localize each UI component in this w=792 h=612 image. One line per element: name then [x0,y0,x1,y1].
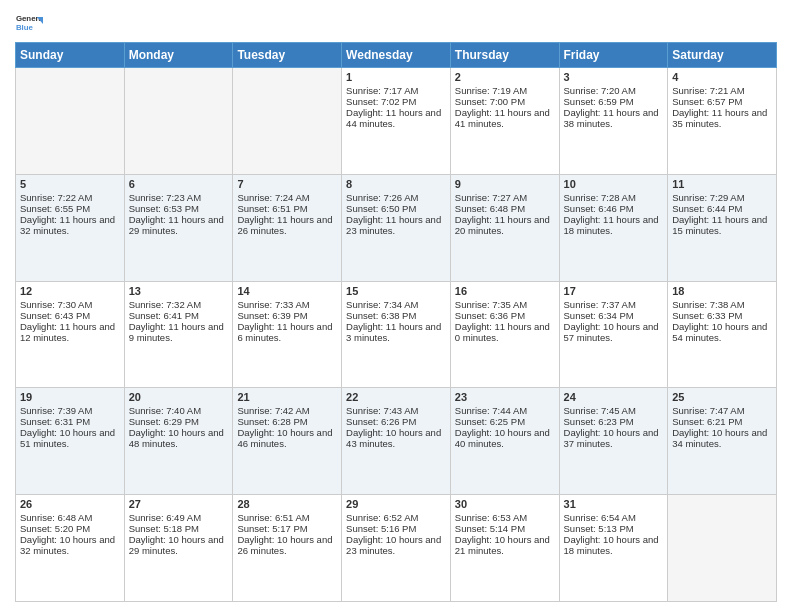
day-header-thursday: Thursday [450,43,559,68]
day-info: Daylight: 11 hours and 41 minutes. [455,107,555,129]
day-header-monday: Monday [124,43,233,68]
day-info: Sunset: 5:20 PM [20,523,120,534]
day-info: Sunrise: 7:22 AM [20,192,120,203]
day-number: 8 [346,178,446,190]
calendar-cell [124,68,233,175]
day-info: Daylight: 10 hours and 23 minutes. [346,534,446,556]
day-info: Sunset: 6:43 PM [20,310,120,321]
day-info: Daylight: 10 hours and 43 minutes. [346,427,446,449]
day-info: Sunset: 6:31 PM [20,416,120,427]
day-info: Daylight: 11 hours and 35 minutes. [672,107,772,129]
calendar-cell: 11Sunrise: 7:29 AMSunset: 6:44 PMDayligh… [668,174,777,281]
calendar-cell: 4Sunrise: 7:21 AMSunset: 6:57 PMDaylight… [668,68,777,175]
calendar-cell: 1Sunrise: 7:17 AMSunset: 7:02 PMDaylight… [342,68,451,175]
day-info: Sunrise: 7:23 AM [129,192,229,203]
day-info: Sunset: 5:13 PM [564,523,664,534]
day-info: Sunrise: 7:26 AM [346,192,446,203]
day-info: Sunset: 7:00 PM [455,96,555,107]
day-info: Daylight: 10 hours and 48 minutes. [129,427,229,449]
day-info: Sunset: 6:51 PM [237,203,337,214]
header: General Blue [15,10,777,38]
day-number: 17 [564,285,664,297]
day-info: Sunset: 7:02 PM [346,96,446,107]
day-info: Daylight: 10 hours and 51 minutes. [20,427,120,449]
day-info: Sunrise: 6:54 AM [564,512,664,523]
day-info: Sunset: 6:55 PM [20,203,120,214]
calendar-cell: 31Sunrise: 6:54 AMSunset: 5:13 PMDayligh… [559,495,668,602]
day-info: Daylight: 10 hours and 46 minutes. [237,427,337,449]
day-number: 23 [455,391,555,403]
day-number: 6 [129,178,229,190]
day-info: Sunrise: 7:35 AM [455,299,555,310]
calendar-cell: 28Sunrise: 6:51 AMSunset: 5:17 PMDayligh… [233,495,342,602]
day-info: Sunset: 6:26 PM [346,416,446,427]
day-info: Sunrise: 7:30 AM [20,299,120,310]
calendar-cell: 24Sunrise: 7:45 AMSunset: 6:23 PMDayligh… [559,388,668,495]
day-info: Daylight: 10 hours and 26 minutes. [237,534,337,556]
calendar-cell: 29Sunrise: 6:52 AMSunset: 5:16 PMDayligh… [342,495,451,602]
calendar-cell: 10Sunrise: 7:28 AMSunset: 6:46 PMDayligh… [559,174,668,281]
day-info: Sunrise: 6:53 AM [455,512,555,523]
day-info: Sunset: 6:38 PM [346,310,446,321]
day-info: Daylight: 11 hours and 15 minutes. [672,214,772,236]
day-info: Sunset: 6:21 PM [672,416,772,427]
calendar-cell: 5Sunrise: 7:22 AMSunset: 6:55 PMDaylight… [16,174,125,281]
day-info: Sunset: 5:17 PM [237,523,337,534]
calendar-cell: 12Sunrise: 7:30 AMSunset: 6:43 PMDayligh… [16,281,125,388]
calendar-cell: 16Sunrise: 7:35 AMSunset: 6:36 PMDayligh… [450,281,559,388]
day-info: Daylight: 11 hours and 9 minutes. [129,321,229,343]
day-info: Daylight: 11 hours and 6 minutes. [237,321,337,343]
day-number: 4 [672,71,772,83]
day-number: 20 [129,391,229,403]
day-info: Sunset: 6:34 PM [564,310,664,321]
day-info: Daylight: 10 hours and 29 minutes. [129,534,229,556]
day-info: Sunset: 6:53 PM [129,203,229,214]
day-info: Daylight: 10 hours and 18 minutes. [564,534,664,556]
day-number: 25 [672,391,772,403]
day-number: 12 [20,285,120,297]
day-info: Daylight: 10 hours and 40 minutes. [455,427,555,449]
day-info: Daylight: 11 hours and 44 minutes. [346,107,446,129]
day-number: 15 [346,285,446,297]
day-info: Sunrise: 7:21 AM [672,85,772,96]
day-info: Sunset: 6:50 PM [346,203,446,214]
day-info: Sunrise: 7:34 AM [346,299,446,310]
day-info: Daylight: 10 hours and 21 minutes. [455,534,555,556]
calendar-cell: 3Sunrise: 7:20 AMSunset: 6:59 PMDaylight… [559,68,668,175]
day-info: Daylight: 11 hours and 12 minutes. [20,321,120,343]
week-row-5: 26Sunrise: 6:48 AMSunset: 5:20 PMDayligh… [16,495,777,602]
day-number: 27 [129,498,229,510]
day-number: 13 [129,285,229,297]
day-number: 9 [455,178,555,190]
day-info: Sunset: 6:48 PM [455,203,555,214]
day-info: Daylight: 10 hours and 54 minutes. [672,321,772,343]
day-info: Sunrise: 7:17 AM [346,85,446,96]
calendar-cell: 25Sunrise: 7:47 AMSunset: 6:21 PMDayligh… [668,388,777,495]
calendar-cell: 17Sunrise: 7:37 AMSunset: 6:34 PMDayligh… [559,281,668,388]
day-header-tuesday: Tuesday [233,43,342,68]
day-info: Sunrise: 6:49 AM [129,512,229,523]
day-info: Sunrise: 7:24 AM [237,192,337,203]
day-info: Sunrise: 7:27 AM [455,192,555,203]
day-info: Sunrise: 7:44 AM [455,405,555,416]
day-number: 30 [455,498,555,510]
day-info: Sunrise: 6:48 AM [20,512,120,523]
day-info: Sunrise: 6:52 AM [346,512,446,523]
day-info: Sunset: 6:44 PM [672,203,772,214]
day-number: 1 [346,71,446,83]
calendar-cell: 18Sunrise: 7:38 AMSunset: 6:33 PMDayligh… [668,281,777,388]
day-header-sunday: Sunday [16,43,125,68]
day-info: Daylight: 10 hours and 32 minutes. [20,534,120,556]
page: General Blue SundayMondayTuesdayWednesda… [0,0,792,612]
day-info: Sunset: 6:23 PM [564,416,664,427]
day-info: Daylight: 11 hours and 32 minutes. [20,214,120,236]
calendar-cell: 26Sunrise: 6:48 AMSunset: 5:20 PMDayligh… [16,495,125,602]
calendar-cell: 7Sunrise: 7:24 AMSunset: 6:51 PMDaylight… [233,174,342,281]
logo-icon: General Blue [15,10,43,38]
day-info: Sunset: 6:33 PM [672,310,772,321]
day-header-saturday: Saturday [668,43,777,68]
calendar-cell [16,68,125,175]
day-info: Sunset: 6:29 PM [129,416,229,427]
calendar-cell: 22Sunrise: 7:43 AMSunset: 6:26 PMDayligh… [342,388,451,495]
calendar-cell: 2Sunrise: 7:19 AMSunset: 7:00 PMDaylight… [450,68,559,175]
